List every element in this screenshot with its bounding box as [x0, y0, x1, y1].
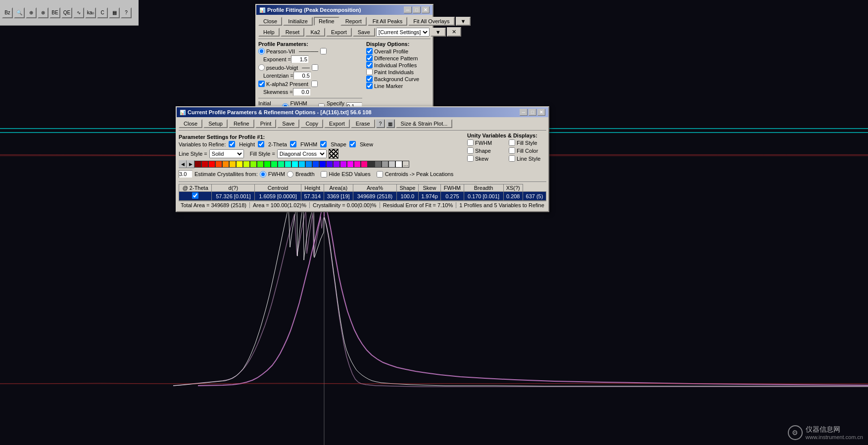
twotheta-var-cb[interactable]: [258, 141, 264, 147]
close-btn-1[interactable]: Close: [258, 17, 282, 26]
color-swatch-9[interactable]: [250, 161, 257, 168]
palette-scroll-right[interactable]: ▶: [187, 160, 194, 168]
fit-all-peaks-btn[interactable]: Fit All Peaks: [368, 17, 408, 26]
ka0-btn[interactable]: ka₀: [85, 7, 96, 18]
color-swatch-25[interactable]: [361, 161, 368, 168]
background-curve-cb[interactable]: [366, 76, 373, 82]
color-swatch-20[interactable]: [326, 161, 333, 168]
color-swatch-3[interactable]: [208, 161, 215, 168]
current-minimize-btn[interactable]: ─: [520, 109, 528, 116]
unity-fill-style-cb[interactable]: [509, 139, 515, 146]
export-btn[interactable]: Export: [326, 28, 352, 37]
unity-fill-color-cb[interactable]: [509, 147, 515, 154]
color-swatch-29[interactable]: [388, 161, 395, 168]
lor-checkbox[interactable]: [312, 64, 318, 71]
diff-pattern-cb[interactable]: [366, 55, 373, 61]
color-swatch-4[interactable]: [215, 161, 222, 168]
current-close-btn[interactable]: ✕: [537, 109, 545, 116]
refine-btn[interactable]: Refine: [314, 17, 339, 26]
crystalite-input[interactable]: [179, 170, 193, 178]
color-swatch-22[interactable]: [340, 161, 347, 168]
minimize-btn[interactable]: ─: [404, 6, 412, 13]
color-swatch-28[interactable]: [382, 161, 388, 168]
color-swatch-10[interactable]: [257, 161, 264, 168]
exp-checkbox[interactable]: [320, 48, 327, 54]
ka2-btn[interactable]: Ka2: [305, 28, 325, 37]
palette-scroll-left[interactable]: ◀: [179, 160, 187, 168]
fwhm-crystalite-radio[interactable]: [260, 171, 266, 178]
current-copy-btn[interactable]: Copy: [300, 119, 323, 128]
height-var-cb[interactable]: [229, 141, 235, 147]
settings-arrow-btn[interactable]: ▼: [431, 28, 446, 37]
report-btn[interactable]: Report: [340, 17, 367, 26]
help-btn[interactable]: ?: [121, 7, 132, 18]
bz-btn[interactable]: Bz: [2, 7, 13, 18]
close-btn[interactable]: ✕: [422, 6, 430, 13]
fit-all-overlays-btn[interactable]: Fit All Overlays: [408, 17, 454, 26]
color-swatch-1[interactable]: [194, 161, 201, 168]
color-swatch-15[interactable]: [291, 161, 298, 168]
initialize-btn[interactable]: Initialize: [283, 17, 313, 26]
hide-esd-cb[interactable]: [321, 171, 327, 178]
color-swatch-6[interactable]: [229, 161, 236, 168]
help-btn-2[interactable]: Help: [258, 28, 280, 37]
c-btn[interactable]: C: [97, 7, 108, 18]
pearson-radio[interactable]: [258, 48, 265, 54]
color-swatch-21[interactable]: [333, 161, 340, 168]
color-swatch-27[interactable]: [375, 161, 382, 168]
color-swatch-13[interactable]: [278, 161, 285, 168]
table-row[interactable]: 57.326 [0.001] 1.6059 [0.0000] 57.314 33…: [179, 192, 546, 201]
current-print-btn[interactable]: Print: [255, 119, 277, 128]
settings-close-btn[interactable]: ✕: [447, 27, 461, 37]
size-strain-btn[interactable]: Size & Strain Plot...: [396, 119, 453, 128]
overall-profile-cb[interactable]: [366, 48, 373, 54]
fwhm-var-cb[interactable]: [290, 141, 296, 147]
maximize-btn[interactable]: □: [413, 6, 421, 13]
paint-individuals-cb[interactable]: [366, 69, 373, 75]
more-colors-btn[interactable]: …: [402, 161, 409, 168]
fill-style-select[interactable]: Diagonal Cross: [277, 149, 327, 158]
color-swatch-8[interactable]: [243, 161, 250, 168]
color-swatch-2[interactable]: [201, 161, 208, 168]
current-close-btn-1[interactable]: Close: [179, 119, 202, 128]
current-export-btn[interactable]: Export: [324, 119, 350, 128]
grid-btn[interactable]: ▦: [109, 7, 120, 18]
unity-line-style-cb[interactable]: [509, 155, 515, 162]
breadth-crystalite-radio[interactable]: [287, 171, 293, 178]
exp-input[interactable]: 1.5: [291, 55, 309, 63]
shape-var-cb[interactable]: [320, 141, 327, 147]
color-swatch-24[interactable]: [354, 161, 361, 168]
save-btn[interactable]: Save: [353, 28, 375, 37]
color-swatch-14[interactable]: [285, 161, 291, 168]
skew-checkbox[interactable]: [311, 81, 318, 87]
skew-input[interactable]: 0.0: [293, 88, 311, 96]
reset-btn[interactable]: Reset: [281, 28, 305, 37]
lor-input[interactable]: 0.5: [293, 72, 311, 80]
wave-btn[interactable]: ∿: [73, 7, 84, 18]
color-swatch-26[interactable]: [368, 161, 375, 168]
help-circle-btn[interactable]: ?: [376, 119, 385, 128]
color-swatch-17[interactable]: [305, 161, 312, 168]
zoom-btn[interactable]: 🔍: [14, 7, 25, 18]
be-btn[interactable]: BE: [49, 7, 60, 18]
grid-small-btn[interactable]: ▦: [386, 119, 395, 128]
unity-fwhm-cb[interactable]: [467, 139, 474, 146]
color-swatch-5[interactable]: [222, 161, 229, 168]
unity-shape-cb[interactable]: [467, 147, 474, 154]
skew-var-cb[interactable]: [349, 141, 356, 147]
current-save-btn[interactable]: Save: [277, 119, 299, 128]
color-swatch-11[interactable]: [264, 161, 271, 168]
color-swatch-16[interactable]: [298, 161, 305, 168]
centroids-cb[interactable]: [377, 171, 383, 178]
cell-checkbox[interactable]: [179, 192, 212, 201]
m2-btn[interactable]: ⊗: [38, 7, 48, 18]
unity-skew-cb[interactable]: [467, 155, 474, 162]
kalpha-checkbox[interactable]: [258, 81, 265, 87]
arrow-btn[interactable]: ▼: [456, 17, 471, 26]
qe-btn[interactable]: QE: [61, 7, 72, 18]
pseudo-radio[interactable]: [258, 64, 265, 71]
m1-btn[interactable]: ⊕: [26, 7, 37, 18]
line-marker-cb[interactable]: [366, 83, 373, 89]
settings-select[interactable]: [Current Settings]: [376, 28, 430, 37]
color-swatch-18[interactable]: [312, 161, 319, 168]
